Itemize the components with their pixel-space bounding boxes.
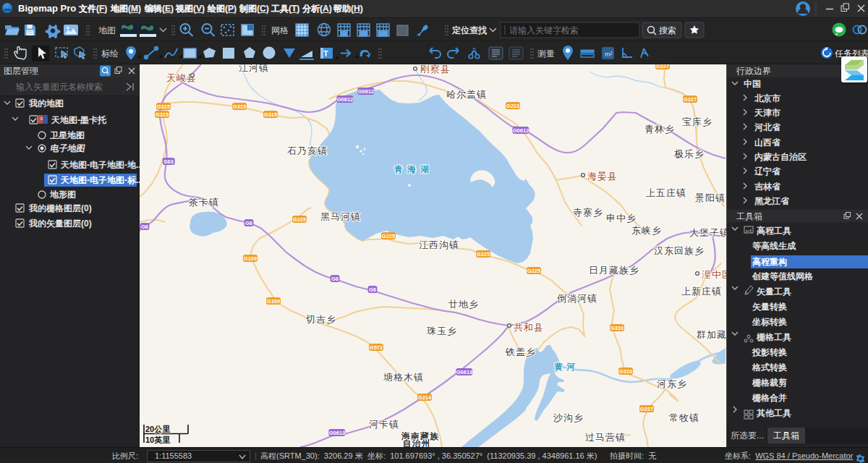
svg-text:山西省: 山西省 bbox=[754, 137, 781, 148]
svg-text:创建等值线网格: 创建等值线网格 bbox=[752, 271, 813, 281]
svg-text:天地图-电子地图-地...: 天地图-电子地图-地... bbox=[60, 160, 140, 170]
svg-text:m²: m² bbox=[605, 51, 613, 58]
svg-text:投影转换: 投影转换 bbox=[752, 347, 787, 357]
svg-text:辽宁省: 辽宁省 bbox=[754, 166, 781, 177]
svg-text:请输入关键字检索: 请输入关键字检索 bbox=[509, 25, 579, 35]
svg-text:天津市: 天津市 bbox=[754, 108, 780, 118]
svg-text:矢量工具: 矢量工具 bbox=[756, 286, 791, 297]
svg-text:其他工具: 其他工具 bbox=[756, 408, 791, 418]
svg-text:栅格合并: 栅格合并 bbox=[752, 393, 787, 403]
svg-text:测量: 测量 bbox=[537, 48, 555, 59]
svg-text:网格: 网格 bbox=[271, 25, 289, 35]
svg-text:坐标转换: 坐标转换 bbox=[752, 317, 787, 327]
svg-text:北京市: 北京市 bbox=[754, 93, 780, 103]
svg-text:地形图: 地形图 bbox=[49, 190, 76, 200]
svg-text:矢量转换: 矢量转换 bbox=[752, 302, 787, 312]
svg-text:卫星地图: 卫星地图 bbox=[50, 130, 85, 140]
svg-text:格式转换: 格式转换 bbox=[752, 362, 787, 373]
svg-text:我的栅格图层(0): 我的栅格图层(0) bbox=[28, 203, 92, 213]
svg-text:我的地图: 我的地图 bbox=[28, 98, 64, 109]
svg-text:标绘: 标绘 bbox=[101, 48, 119, 59]
svg-text:T: T bbox=[323, 49, 328, 58]
svg-text:等高线生成: 等高线生成 bbox=[752, 241, 796, 251]
svg-text:天地图-电子地图-标...: 天地图-电子地图-标... bbox=[60, 175, 140, 185]
svg-text:中国: 中国 bbox=[744, 79, 761, 89]
svg-text:电子地图: 电子地图 bbox=[49, 143, 85, 153]
svg-text:内蒙古自治区: 内蒙古自治区 bbox=[754, 152, 807, 162]
svg-text:我的矢量图层(0): 我的矢量图层(0) bbox=[28, 218, 92, 229]
svg-text:黑龙江省: 黑龙江省 bbox=[754, 196, 790, 206]
svg-text:搜索: 搜索 bbox=[659, 25, 676, 35]
svg-text:栅格工具: 栅格工具 bbox=[756, 332, 791, 342]
svg-text:定位查找: 定位查找 bbox=[451, 25, 487, 35]
svg-text:栅格裁剪: 栅格裁剪 bbox=[752, 378, 787, 388]
svg-text:吉林省: 吉林省 bbox=[754, 182, 781, 192]
svg-text:高程重构: 高程重构 bbox=[752, 257, 787, 267]
svg-text:河北省: 河北省 bbox=[754, 122, 781, 132]
svg-text:地图: 地图 bbox=[98, 25, 116, 35]
svg-text:高程工具: 高程工具 bbox=[757, 226, 791, 236]
svg-text:天地图-墨卡托: 天地图-墨卡托 bbox=[51, 115, 107, 125]
